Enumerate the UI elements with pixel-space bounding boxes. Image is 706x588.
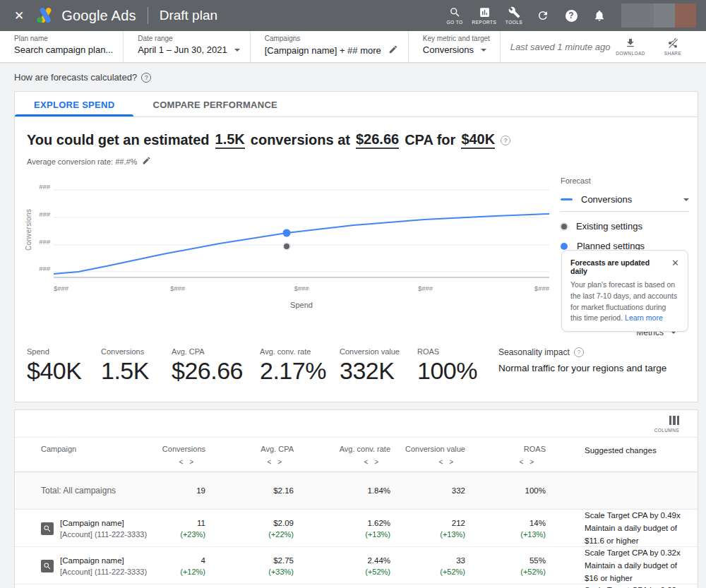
- forecast-chart: Conversions ### ### ### ### $### $### $#…: [15, 175, 698, 322]
- plan-name-label: Plan name: [14, 35, 113, 42]
- forecast-card: EXPLORE SPEND COMPARE PERFORMANCE You co…: [14, 91, 698, 402]
- x-axis-title: Spend: [54, 301, 549, 309]
- key-metric-field[interactable]: Key metric and target Conversions: [409, 31, 501, 62]
- campaign-cell[interactable]: [Campaign name] [Account] (111-222-3333): [41, 519, 154, 539]
- campaign-account: [Account] (111-222-3333): [60, 530, 147, 539]
- columns-label: COLUMNS: [654, 428, 679, 433]
- y-tick: ###: [30, 238, 50, 246]
- goto-search-button[interactable]: GO TO: [442, 6, 467, 25]
- y-tick: ###: [30, 210, 50, 218]
- forecast-plot[interactable]: [54, 186, 549, 282]
- notifications-button[interactable]: [587, 9, 611, 22]
- campaigns-field[interactable]: Campaigns [Campaign name] + ## more: [251, 31, 409, 62]
- col-header-campaign[interactable]: Campaign: [41, 445, 154, 453]
- download-icon: [625, 37, 636, 49]
- cell-conversions: 11(+23%): [154, 519, 205, 539]
- campaigns-value: [Campaign name] + ## more: [265, 45, 381, 56]
- headline-cpa-value[interactable]: $26.66: [356, 131, 399, 149]
- metric-conversions: Conversions 1.5K: [101, 347, 172, 385]
- y-tick: ###: [30, 183, 50, 191]
- seasonality-label: Seasonality impact: [498, 347, 570, 357]
- how-forecasts-calculated-link[interactable]: How are forecasts calculated?: [14, 72, 137, 83]
- goto-label: GO TO: [446, 20, 462, 25]
- cell-conversion-value: 33(+52%): [390, 556, 465, 576]
- avg-conv-rate-note: Average conversion rate: ##.#%: [27, 156, 686, 167]
- close-icon[interactable]: ✕: [14, 10, 24, 22]
- col-header-suggested-changes[interactable]: Suggested changes: [546, 445, 686, 457]
- plan-name-field[interactable]: Plan name Search campaign plan...: [0, 31, 124, 62]
- cell-conversion-value: 212(+13%): [390, 519, 465, 539]
- chevron-down-icon: [234, 49, 240, 52]
- table-row[interactable]: [Campaign name] [Account] (111-222-3333)…: [15, 584, 698, 588]
- date-range-label: Date range: [138, 35, 239, 42]
- col-header-conversions[interactable]: Conversions: [154, 445, 205, 453]
- forecast-headline: You could get an estimated 1.5K conversi…: [27, 131, 686, 149]
- col-header-conversion-value[interactable]: Conversion value: [390, 445, 465, 453]
- table-row[interactable]: [Campaign name] [Account] (111-222-3333)…: [15, 546, 698, 584]
- tab-bar: EXPLORE SPEND COMPARE PERFORMANCE: [15, 92, 698, 117]
- compare-toggle-icon[interactable]: < >: [390, 458, 465, 466]
- metric-spend: Spend $40K: [27, 347, 101, 385]
- cell-roas: 14%(+13%): [465, 519, 546, 539]
- plan-name-value: Search campaign plan...: [14, 44, 113, 55]
- learn-more-link[interactable]: Learn more: [625, 313, 663, 322]
- info-icon[interactable]: ?: [501, 136, 510, 145]
- y-tick: ###: [30, 265, 50, 272]
- x-tick: $###: [418, 284, 433, 292]
- columns-icon: [669, 416, 680, 425]
- metric-avg-conv-rate: Avg. conv. rate 2.17%: [260, 347, 340, 385]
- compare-toggle-icon[interactable]: < >: [154, 458, 205, 466]
- refresh-button[interactable]: [531, 9, 555, 22]
- total-avg-cpa: $2.16: [205, 486, 294, 495]
- help-icon[interactable]: ?: [141, 73, 151, 83]
- compare-toggle-icon[interactable]: < >: [294, 458, 390, 466]
- legend-metric-select[interactable]: Conversions: [561, 194, 689, 212]
- brand-name: Google Ads: [61, 8, 136, 24]
- seasonality-impact: Seasonality impact ? Normal traffic for …: [498, 347, 698, 385]
- metric-conversion-value: Conversion value 332K: [340, 347, 417, 385]
- metric-avg-cpa: Avg. CPA $26.66: [172, 347, 260, 385]
- help-icon[interactable]: ?: [574, 347, 584, 357]
- chevron-down-icon: [683, 198, 689, 201]
- close-icon[interactable]: ✕: [671, 258, 679, 268]
- headline-spend-value[interactable]: $40K: [461, 131, 495, 149]
- col-header-avg-conv-rate[interactable]: Avg. conv. rate: [294, 445, 390, 453]
- table-row[interactable]: [Campaign name] [Account] (111-222-3333)…: [15, 509, 698, 546]
- total-conversions: 19: [154, 486, 205, 495]
- reports-icon: [479, 6, 491, 18]
- col-header-avg-cpa[interactable]: Avg. CPA: [205, 445, 294, 453]
- tools-button[interactable]: TOOLS: [501, 6, 527, 25]
- compare-toggle-icon[interactable]: < >: [465, 458, 546, 466]
- tab-compare-performance[interactable]: COMPARE PERFORMANCE: [133, 92, 297, 116]
- campaign-cell[interactable]: [Campaign name] [Account] (111-222-3333): [41, 556, 154, 576]
- edit-campaigns-button[interactable]: [388, 44, 398, 56]
- reports-button[interactable]: REPORTS: [472, 6, 497, 25]
- help-button[interactable]: ?: [559, 10, 583, 22]
- bell-icon: [593, 9, 606, 22]
- share-button[interactable]: SHARE: [657, 37, 689, 56]
- compare-toggle-icon[interactable]: < >: [205, 458, 294, 466]
- date-range-field[interactable]: Date range April 1 – Jun 30, 2021: [124, 31, 250, 62]
- col-header-roas[interactable]: ROAS: [465, 445, 546, 453]
- avg-conv-rate-text: Average conversion rate: ##.#%: [27, 157, 137, 166]
- tab-explore-spend[interactable]: EXPLORE SPEND: [15, 92, 133, 116]
- download-button[interactable]: DOWNLOAD: [614, 37, 647, 56]
- x-tick: $###: [170, 284, 185, 292]
- total-conversion-value: 332: [390, 486, 465, 495]
- x-axis-ticks: $### $### $### $### $###: [54, 284, 549, 294]
- existing-settings-dot-icon: [561, 224, 567, 229]
- metric-roas: ROAS 100%: [417, 347, 498, 385]
- topbar-divider: [148, 7, 148, 24]
- last-saved-status: Last saved 1 minute ago: [501, 31, 611, 62]
- pencil-icon: [388, 44, 398, 54]
- edit-conv-rate-button[interactable]: [142, 156, 151, 167]
- google-ads-logo-icon: [37, 8, 54, 23]
- headline-text: CPA for: [405, 132, 455, 148]
- planned-settings-dot-icon: [561, 243, 568, 250]
- table-total-row: Total: All campaigns 19 $2.16 1.84% 332 …: [15, 472, 698, 509]
- campaigns-label: Campaigns: [265, 35, 398, 42]
- columns-button[interactable]: COLUMNS: [15, 410, 698, 437]
- headline-conversions-value[interactable]: 1.5K: [215, 131, 245, 149]
- info-card-title: Forecasts are updated daily: [570, 258, 667, 275]
- cell-avg-conv-rate: 2.44%(+52%): [294, 556, 390, 576]
